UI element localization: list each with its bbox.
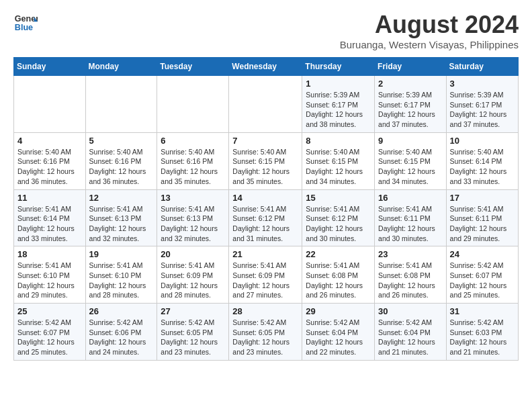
day-info: Sunrise: 5:41 AM Sunset: 6:12 PM Dayligh… xyxy=(306,204,371,244)
calendar-cell: 28Sunrise: 5:42 AM Sunset: 6:05 PM Dayli… xyxy=(229,304,302,361)
day-info: Sunrise: 5:42 AM Sunset: 6:03 PM Dayligh… xyxy=(450,318,515,357)
day-number: 18 xyxy=(17,249,82,259)
calendar-header-row: SundayMondayTuesdayWednesdayThursdayFrid… xyxy=(14,58,519,76)
calendar-cell: 17Sunrise: 5:41 AM Sunset: 6:11 PM Dayli… xyxy=(446,189,518,246)
day-info: Sunrise: 5:40 AM Sunset: 6:16 PM Dayligh… xyxy=(161,147,225,187)
day-info: Sunrise: 5:40 AM Sunset: 6:14 PM Dayligh… xyxy=(450,147,515,187)
day-info: Sunrise: 5:41 AM Sunset: 6:10 PM Dayligh… xyxy=(17,261,82,300)
header: General Blue August 2024 Buruanga, Weste… xyxy=(13,11,519,50)
calendar-week-row: 25Sunrise: 5:42 AM Sunset: 6:07 PM Dayli… xyxy=(14,304,519,361)
calendar-cell: 10Sunrise: 5:40 AM Sunset: 6:14 PM Dayli… xyxy=(446,132,518,189)
calendar-body: 1Sunrise: 5:39 AM Sunset: 6:17 PM Daylig… xyxy=(14,76,519,361)
day-info: Sunrise: 5:40 AM Sunset: 6:16 PM Dayligh… xyxy=(17,147,82,187)
day-info: Sunrise: 5:41 AM Sunset: 6:08 PM Dayligh… xyxy=(378,261,443,300)
calendar-cell: 27Sunrise: 5:42 AM Sunset: 6:05 PM Dayli… xyxy=(157,304,229,361)
calendar-cell: 4Sunrise: 5:40 AM Sunset: 6:16 PM Daylig… xyxy=(14,132,86,189)
day-info: Sunrise: 5:42 AM Sunset: 6:06 PM Dayligh… xyxy=(89,318,154,357)
calendar-cell: 2Sunrise: 5:39 AM Sunset: 6:17 PM Daylig… xyxy=(375,76,447,133)
day-number: 15 xyxy=(306,193,371,203)
day-number: 26 xyxy=(89,306,154,316)
calendar-week-row: 1Sunrise: 5:39 AM Sunset: 6:17 PM Daylig… xyxy=(14,76,519,133)
day-info: Sunrise: 5:41 AM Sunset: 6:10 PM Dayligh… xyxy=(89,261,154,300)
day-info: Sunrise: 5:42 AM Sunset: 6:07 PM Dayligh… xyxy=(17,318,82,357)
day-info: Sunrise: 5:42 AM Sunset: 6:07 PM Dayligh… xyxy=(450,261,515,300)
day-number: 31 xyxy=(450,306,515,316)
day-number: 22 xyxy=(306,249,371,259)
calendar-cell: 30Sunrise: 5:42 AM Sunset: 6:04 PM Dayli… xyxy=(375,304,447,361)
calendar-day-header: Saturday xyxy=(446,58,518,76)
day-number: 19 xyxy=(89,249,154,259)
calendar-table: SundayMondayTuesdayWednesdayThursdayFrid… xyxy=(13,57,519,361)
day-info: Sunrise: 5:40 AM Sunset: 6:15 PM Dayligh… xyxy=(306,147,371,187)
calendar-title: August 2024 xyxy=(340,11,519,39)
day-number: 4 xyxy=(17,136,82,146)
calendar-cell xyxy=(14,76,86,133)
calendar-cell: 15Sunrise: 5:41 AM Sunset: 6:12 PM Dayli… xyxy=(302,189,375,246)
calendar-cell: 24Sunrise: 5:42 AM Sunset: 6:07 PM Dayli… xyxy=(446,246,518,304)
day-number: 10 xyxy=(450,136,515,146)
calendar-cell: 25Sunrise: 5:42 AM Sunset: 6:07 PM Dayli… xyxy=(14,304,86,361)
calendar-cell: 8Sunrise: 5:40 AM Sunset: 6:15 PM Daylig… xyxy=(302,132,375,189)
day-number: 23 xyxy=(378,249,443,259)
calendar-day-header: Wednesday xyxy=(229,58,302,76)
title-section: August 2024 Buruanga, Western Visayas, P… xyxy=(340,11,519,50)
day-number: 3 xyxy=(450,79,515,89)
calendar-cell: 14Sunrise: 5:41 AM Sunset: 6:12 PM Dayli… xyxy=(229,189,302,246)
calendar-subtitle: Buruanga, Western Visayas, Philippines xyxy=(340,39,519,50)
day-number: 21 xyxy=(232,249,298,259)
day-number: 27 xyxy=(161,306,225,316)
day-number: 14 xyxy=(232,193,298,203)
day-info: Sunrise: 5:40 AM Sunset: 6:15 PM Dayligh… xyxy=(378,147,443,187)
day-number: 13 xyxy=(161,193,225,203)
day-number: 20 xyxy=(161,249,225,259)
calendar-cell: 5Sunrise: 5:40 AM Sunset: 6:16 PM Daylig… xyxy=(85,132,157,189)
calendar-cell: 31Sunrise: 5:42 AM Sunset: 6:03 PM Dayli… xyxy=(446,304,518,361)
day-info: Sunrise: 5:41 AM Sunset: 6:13 PM Dayligh… xyxy=(161,204,225,244)
day-info: Sunrise: 5:40 AM Sunset: 6:16 PM Dayligh… xyxy=(89,147,154,187)
day-number: 28 xyxy=(232,306,298,316)
calendar-cell: 12Sunrise: 5:41 AM Sunset: 6:13 PM Dayli… xyxy=(85,189,157,246)
day-number: 30 xyxy=(378,306,443,316)
calendar-cell xyxy=(85,76,157,133)
calendar-day-header: Sunday xyxy=(14,58,86,76)
day-info: Sunrise: 5:42 AM Sunset: 6:04 PM Dayligh… xyxy=(306,318,371,357)
calendar-cell: 21Sunrise: 5:41 AM Sunset: 6:09 PM Dayli… xyxy=(229,246,302,304)
calendar-cell: 13Sunrise: 5:41 AM Sunset: 6:13 PM Dayli… xyxy=(157,189,229,246)
day-info: Sunrise: 5:39 AM Sunset: 6:17 PM Dayligh… xyxy=(378,90,443,130)
calendar-day-header: Friday xyxy=(375,58,447,76)
day-number: 9 xyxy=(378,136,443,146)
calendar-week-row: 18Sunrise: 5:41 AM Sunset: 6:10 PM Dayli… xyxy=(14,246,519,304)
calendar-cell: 3Sunrise: 5:39 AM Sunset: 6:17 PM Daylig… xyxy=(446,76,518,133)
day-number: 24 xyxy=(450,249,515,259)
calendar-week-row: 11Sunrise: 5:41 AM Sunset: 6:14 PM Dayli… xyxy=(14,189,519,246)
logo-icon: General Blue xyxy=(13,11,38,35)
day-number: 12 xyxy=(89,193,154,203)
calendar-cell: 26Sunrise: 5:42 AM Sunset: 6:06 PM Dayli… xyxy=(85,304,157,361)
calendar-week-row: 4Sunrise: 5:40 AM Sunset: 6:16 PM Daylig… xyxy=(14,132,519,189)
calendar-cell xyxy=(157,76,229,133)
calendar-cell: 11Sunrise: 5:41 AM Sunset: 6:14 PM Dayli… xyxy=(14,189,86,246)
calendar-day-header: Tuesday xyxy=(157,58,229,76)
day-number: 1 xyxy=(306,79,371,89)
calendar-day-header: Thursday xyxy=(302,58,375,76)
day-number: 16 xyxy=(378,193,443,203)
day-info: Sunrise: 5:41 AM Sunset: 6:09 PM Dayligh… xyxy=(161,261,225,300)
day-info: Sunrise: 5:39 AM Sunset: 6:17 PM Dayligh… xyxy=(306,90,371,130)
logo: General Blue xyxy=(13,11,38,35)
day-info: Sunrise: 5:40 AM Sunset: 6:15 PM Dayligh… xyxy=(232,147,298,187)
day-info: Sunrise: 5:41 AM Sunset: 6:13 PM Dayligh… xyxy=(89,204,154,244)
calendar-cell: 1Sunrise: 5:39 AM Sunset: 6:17 PM Daylig… xyxy=(302,76,375,133)
day-info: Sunrise: 5:41 AM Sunset: 6:11 PM Dayligh… xyxy=(378,204,443,244)
calendar-cell: 6Sunrise: 5:40 AM Sunset: 6:16 PM Daylig… xyxy=(157,132,229,189)
day-number: 6 xyxy=(161,136,225,146)
svg-text:Blue: Blue xyxy=(15,23,33,32)
day-number: 29 xyxy=(306,306,371,316)
day-number: 25 xyxy=(17,306,82,316)
day-info: Sunrise: 5:39 AM Sunset: 6:17 PM Dayligh… xyxy=(450,90,515,130)
calendar-cell: 7Sunrise: 5:40 AM Sunset: 6:15 PM Daylig… xyxy=(229,132,302,189)
calendar-cell: 29Sunrise: 5:42 AM Sunset: 6:04 PM Dayli… xyxy=(302,304,375,361)
day-info: Sunrise: 5:41 AM Sunset: 6:09 PM Dayligh… xyxy=(232,261,298,300)
day-number: 8 xyxy=(306,136,371,146)
calendar-cell: 20Sunrise: 5:41 AM Sunset: 6:09 PM Dayli… xyxy=(157,246,229,304)
calendar-day-header: Monday xyxy=(85,58,157,76)
